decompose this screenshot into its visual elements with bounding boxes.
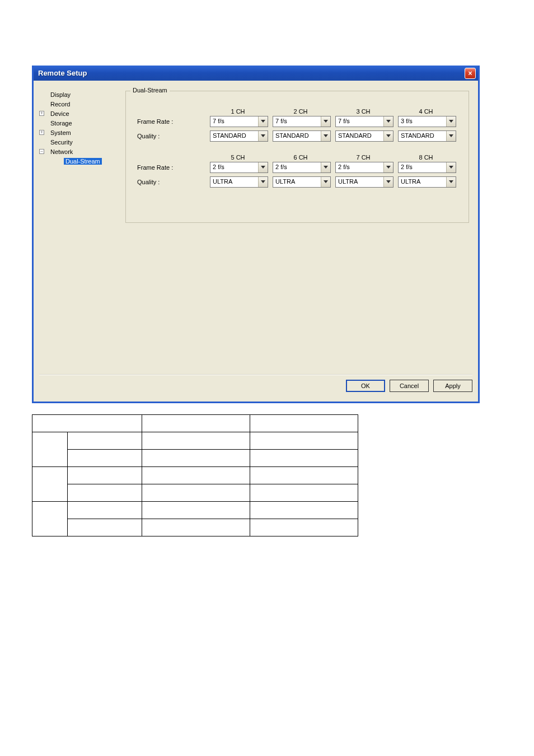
lower-table: [32, 414, 358, 536]
svg-marker-14: [386, 180, 391, 183]
tree-item-device[interactable]: Device: [50, 110, 69, 117]
quality-select-ch6[interactable]: ULTRA: [273, 176, 331, 188]
table-cell: [142, 467, 250, 484]
fieldset-legend: Dual-Stream: [130, 87, 170, 94]
tree-item-storage[interactable]: Storage: [50, 120, 72, 127]
channel-group-2: 5 CH 6 CH 7 CH 8 CH Frame Rate : 2 f/s: [134, 154, 461, 188]
quality-select-ch5[interactable]: ULTRA: [210, 176, 268, 188]
table-cell: [250, 502, 358, 519]
apply-button[interactable]: Apply: [433, 380, 472, 392]
table-cell: [142, 502, 250, 519]
chevron-down-icon: [321, 177, 330, 187]
svg-marker-0: [261, 120, 265, 123]
table-cell: [250, 415, 358, 432]
channel-group-1: 1 CH 2 CH 3 CH 4 CH Frame Rate : 7 f/s: [134, 108, 461, 142]
quality-select-ch1[interactable]: STANDARD: [210, 130, 268, 142]
table-cell: [32, 415, 142, 432]
remote-setup-dialog: Remote Setup × Display Record + Device S…: [32, 66, 480, 403]
quality-label: Quality :: [134, 179, 210, 185]
frame-rate-select-ch6[interactable]: 2 f/s: [273, 162, 331, 173]
svg-marker-7: [449, 134, 453, 137]
svg-marker-1: [324, 120, 328, 123]
chevron-down-icon: [321, 116, 330, 127]
svg-marker-15: [449, 180, 453, 183]
frame-rate-label: Frame Rate :: [134, 164, 210, 171]
quality-select-ch2[interactable]: STANDARD: [273, 130, 331, 142]
frame-rate-select-ch5[interactable]: 2 f/s: [210, 162, 268, 173]
table-cell: [68, 484, 142, 502]
svg-marker-3: [449, 120, 453, 123]
tree-item-system[interactable]: System: [50, 129, 71, 136]
ch-header: 5 CH: [207, 154, 269, 161]
tree-item-security[interactable]: Security: [50, 139, 73, 146]
frame-rate-select-ch1[interactable]: 7 f/s: [210, 116, 268, 127]
quality-select-ch4[interactable]: STANDARD: [398, 130, 456, 142]
titlebar[interactable]: Remote Setup ×: [34, 66, 478, 81]
table-cell: [250, 519, 358, 536]
dialog-body: Display Record + Device Storage + System…: [34, 81, 478, 375]
chevron-down-icon: [321, 162, 330, 172]
table-cell: [250, 467, 358, 484]
svg-marker-4: [261, 134, 265, 137]
close-icon: ×: [468, 69, 472, 77]
ch-header: 3 CH: [332, 108, 395, 115]
expander-icon[interactable]: +: [39, 111, 44, 116]
frame-rate-select-ch2[interactable]: 7 f/s: [273, 116, 331, 127]
frame-rate-select-ch4[interactable]: 3 f/s: [398, 116, 456, 127]
ch-header: 8 CH: [395, 154, 457, 161]
chevron-down-icon: [383, 116, 393, 127]
dialog-title: Remote Setup: [38, 69, 87, 77]
chevron-down-icon: [258, 116, 268, 127]
nav-tree: Display Record + Device Storage + System…: [34, 81, 123, 375]
table-cell: [250, 432, 358, 450]
table-cell: [32, 432, 68, 467]
expander-icon[interactable]: −: [39, 149, 44, 154]
table-cell: [32, 467, 68, 502]
frame-rate-select-ch3[interactable]: 7 f/s: [335, 116, 394, 127]
chevron-down-icon: [383, 131, 393, 141]
dialog-footer: OK Cancel Apply: [39, 374, 472, 397]
table-cell: [68, 467, 142, 484]
table-cell: [142, 450, 250, 467]
svg-marker-2: [386, 120, 391, 123]
tree-item-dual-stream[interactable]: Dual-Stream: [64, 158, 102, 165]
chevron-down-icon: [383, 162, 393, 172]
svg-marker-5: [324, 134, 328, 137]
chevron-down-icon: [446, 177, 456, 187]
ch-header: 4 CH: [395, 108, 457, 115]
tree-item-display[interactable]: Display: [50, 91, 71, 98]
chevron-down-icon: [321, 131, 330, 141]
chevron-down-icon: [446, 162, 456, 172]
tree-item-network[interactable]: Network: [50, 148, 73, 155]
ch-header: 6 CH: [269, 154, 332, 161]
chevron-down-icon: [383, 177, 393, 187]
svg-marker-6: [386, 134, 391, 137]
close-button[interactable]: ×: [465, 68, 476, 79]
table-cell: [68, 450, 142, 467]
ok-button[interactable]: OK: [346, 380, 385, 392]
cancel-button[interactable]: Cancel: [390, 380, 429, 392]
quality-select-ch3[interactable]: STANDARD: [335, 130, 394, 142]
frame-rate-select-ch7[interactable]: 2 f/s: [335, 162, 394, 173]
svg-marker-11: [449, 166, 453, 169]
table-cell: [32, 502, 68, 536]
frame-rate-select-ch8[interactable]: 2 f/s: [398, 162, 456, 173]
dual-stream-fieldset: Dual-Stream 1 CH 2 CH 3 CH 4 CH Frame Ra…: [125, 91, 469, 223]
content-pane: Dual-Stream 1 CH 2 CH 3 CH 4 CH Frame Ra…: [123, 81, 478, 375]
table-cell: [68, 432, 142, 450]
chevron-down-icon: [258, 162, 268, 172]
svg-marker-9: [324, 166, 328, 169]
table-cell: [68, 502, 142, 519]
chevron-down-icon: [446, 116, 456, 127]
svg-marker-8: [261, 166, 265, 169]
quality-select-ch8[interactable]: ULTRA: [398, 176, 456, 188]
chevron-down-icon: [258, 131, 268, 141]
ch-header: 7 CH: [332, 154, 395, 161]
expander-icon[interactable]: +: [39, 130, 44, 135]
quality-select-ch7[interactable]: ULTRA: [335, 176, 394, 188]
table-cell: [250, 450, 358, 467]
tree-item-record[interactable]: Record: [50, 101, 70, 108]
chevron-down-icon: [258, 177, 268, 187]
table-cell: [68, 519, 142, 536]
chevron-down-icon: [446, 131, 456, 141]
